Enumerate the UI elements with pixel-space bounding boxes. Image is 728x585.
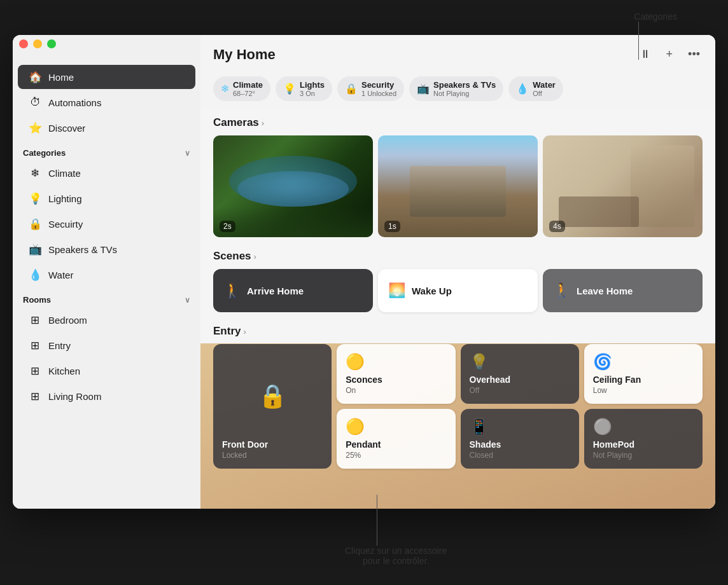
add-button[interactable]: +: [664, 45, 676, 64]
accessory-ceiling-fan[interactable]: 🌀 Ceiling Fan Low: [584, 344, 703, 404]
climate-pill-icon: ❄: [221, 83, 229, 95]
climate-icon: ❄: [28, 166, 42, 180]
climate-pill-text: Climate 68–72°: [233, 80, 263, 97]
sidebar-item-security[interactable]: 🔒 Secuirty: [18, 212, 195, 236]
sidebar-label-discover: Discover: [48, 123, 85, 134]
sidebar-item-water[interactable]: 💧 Water: [18, 263, 195, 287]
pill-water[interactable]: 💧 Water Off: [508, 76, 563, 101]
camera-badge-2: 1s: [384, 221, 400, 232]
bedroom-icon: ⊞: [28, 313, 42, 327]
tv-icon: 📺: [28, 242, 42, 256]
sidebar-item-discover[interactable]: ⭐ Discover: [18, 116, 195, 140]
sidebar-item-entry[interactable]: ⊞ Entry: [18, 333, 195, 357]
scenes-title: Scenes: [213, 250, 251, 263]
scene-arrive-home[interactable]: 🚶 Arrive Home: [213, 269, 373, 312]
cameras-section-header[interactable]: Cameras ›: [213, 116, 703, 129]
security-pill-text: Security 1 Unlocked: [361, 80, 396, 97]
sidebar-label-living: Living Room: [48, 391, 101, 402]
sidebar-item-bedroom[interactable]: ⊞ Bedroom: [18, 308, 195, 332]
kitchen-icon: ⊞: [28, 364, 42, 378]
cameras-chevron: ›: [262, 118, 264, 128]
camera-card-driveway[interactable]: 1s: [378, 135, 538, 237]
wakeup-icon: 🌅: [388, 282, 405, 299]
speakers-pill-icon: 📺: [417, 83, 430, 95]
header-actions: ⏸ + •••: [637, 45, 703, 64]
sidebar-label-security: Secuirty: [48, 219, 83, 230]
sidebar-item-climate[interactable]: ❄ Climate: [18, 161, 195, 185]
close-button[interactable]: [19, 39, 28, 48]
security-pill-icon: 🔒: [345, 83, 358, 95]
entry-grid: 🔒 Front Door Locked 🟡 Sconces On 💡: [213, 344, 703, 469]
waveform-button[interactable]: ⏸: [637, 45, 654, 64]
scenes-section: Scenes › 🚶 Arrive Home 🌅 Wake Up 🚶 Leave…: [200, 242, 715, 317]
sidebar-item-automations[interactable]: ⏱ Automations: [18, 90, 195, 114]
entry-section-header[interactable]: Entry ›: [213, 325, 703, 338]
entry-section: Entry › 🔒 Front Door Locked 🟡: [200, 317, 715, 476]
leave-icon: 🚶: [553, 282, 570, 299]
accessory-pendant[interactable]: 🟡 Pendant 25%: [337, 409, 455, 469]
accessory-front-door[interactable]: 🔒 Front Door Locked: [213, 344, 332, 469]
water-icon: 💧: [28, 268, 42, 282]
pill-security[interactable]: 🔒 Security 1 Unlocked: [337, 76, 404, 101]
camera-card-interior[interactable]: 4s: [543, 135, 703, 237]
camera-bg-pool: [213, 135, 373, 237]
front-door-icon: 🔒: [258, 383, 287, 410]
lights-pill-icon: 💡: [283, 83, 296, 95]
accessory-overhead[interactable]: 💡 Overhead Off: [461, 344, 579, 404]
cameras-section: Cameras › 2s 1s: [200, 109, 715, 242]
scene-wake-up[interactable]: 🌅 Wake Up: [378, 269, 538, 312]
living-icon: ⊞: [28, 389, 42, 403]
annotation-categories: Categories: [634, 11, 677, 22]
water-pill-text: Water Off: [533, 80, 556, 97]
categories-section-header[interactable]: Categories ∨: [13, 141, 200, 160]
sidebar-label-automations: Automations: [48, 97, 101, 108]
speakers-pill-text: Speakers & TVs Not Playing: [433, 80, 496, 97]
scenes-section-header[interactable]: Scenes ›: [213, 250, 703, 263]
minimize-button[interactable]: [33, 39, 42, 48]
homepod-icon: ⚪: [593, 418, 694, 436]
shades-icon: 📱: [470, 418, 570, 436]
sidebar-item-kitchen[interactable]: ⊞ Kitchen: [18, 359, 195, 383]
overhead-icon: 💡: [470, 353, 570, 371]
pill-climate[interactable]: ❄ Climate 68–72°: [213, 76, 270, 101]
accessory-shades[interactable]: 📱 Shades Closed: [461, 409, 579, 469]
home-icon: 🏠: [28, 70, 42, 84]
scenes-chevron: ›: [254, 252, 256, 261]
sidebar-item-lighting[interactable]: 💡 Lighting: [18, 186, 195, 210]
annotation-bottom: Cliquez sur un accessoirepour le contrôl…: [345, 546, 447, 566]
entry-title: Entry: [213, 325, 241, 338]
accessory-sconces[interactable]: 🟡 Sconces On: [337, 344, 455, 404]
camera-badge-1: 2s: [220, 221, 235, 232]
wakeup-label: Wake Up: [412, 286, 452, 296]
sidebar-item-home[interactable]: 🏠 Home: [18, 65, 195, 89]
leave-label: Leave Home: [577, 286, 633, 296]
sidebar-item-speakers[interactable]: 📺 Speakers & TVs: [18, 237, 195, 261]
sidebar-label-entry: Entry: [48, 340, 71, 351]
camera-bg-driveway: [378, 135, 538, 237]
sconces-icon: 🟡: [346, 353, 446, 371]
discover-icon: ⭐: [28, 121, 42, 135]
pill-speakers[interactable]: 📺 Speakers & TVs Not Playing: [409, 76, 503, 101]
water-pill-icon: 💧: [516, 83, 529, 95]
arrive-icon: 🚶: [223, 282, 241, 299]
camera-bg-interior: [543, 135, 703, 237]
categories-chevron: ∨: [185, 149, 190, 158]
scene-leave-home[interactable]: 🚶 Leave Home: [543, 269, 703, 312]
sidebar: 🏠 Home ⏱ Automations ⭐ Discover Categori…: [13, 35, 200, 509]
more-button[interactable]: •••: [685, 45, 703, 64]
fullscreen-button[interactable]: [47, 39, 56, 48]
accessory-homepod[interactable]: ⚪ HomePod Not Playing: [584, 409, 703, 469]
rooms-label: Rooms: [23, 295, 51, 305]
sidebar-label-water: Water: [48, 270, 73, 280]
camera-card-pool[interactable]: 2s: [213, 135, 373, 237]
pill-lights[interactable]: 💡 Lights 3 On: [276, 76, 332, 101]
rooms-section-header[interactable]: Rooms ∨: [13, 287, 200, 307]
lock-icon: 🔒: [28, 217, 42, 231]
rooms-chevron: ∨: [185, 296, 190, 305]
ceiling-fan-icon: 🌀: [593, 353, 694, 371]
sidebar-label-climate: Climate: [48, 168, 81, 179]
app-window: 🏠 Home ⏱ Automations ⭐ Discover Categori…: [13, 35, 715, 509]
lighting-icon: 💡: [28, 191, 42, 205]
sidebar-item-living[interactable]: ⊞ Living Room: [18, 384, 195, 408]
camera-strip: 2s 1s 4s: [213, 135, 703, 237]
